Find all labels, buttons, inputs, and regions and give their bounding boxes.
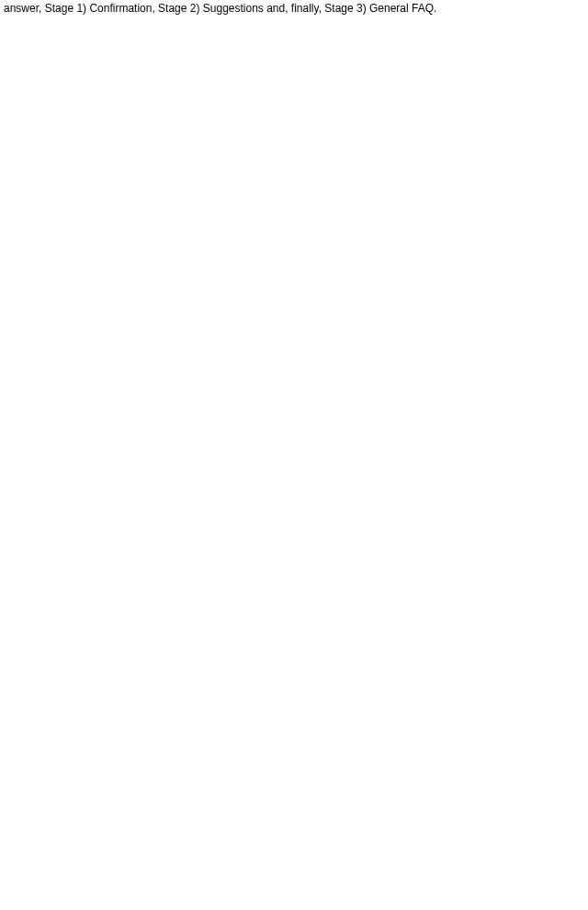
- figure-toptext: answer, Stage 1) Confirmation, Stage 2) …: [0, 0, 588, 18]
